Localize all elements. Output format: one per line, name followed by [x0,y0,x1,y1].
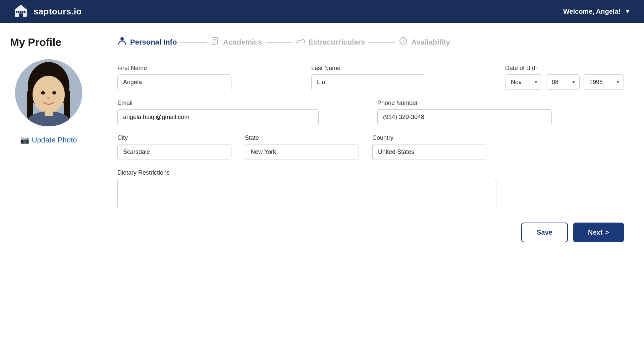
state-group: State [245,134,359,160]
city-group: City [117,134,231,160]
last-name-group: Last Name [311,65,492,90]
form-section: First Name Last Name Date of Birth Nov J… [117,65,624,209]
shoe-icon [296,36,305,48]
svg-point-12 [33,76,65,113]
city-input[interactable] [117,144,231,160]
step-connector-3 [368,42,395,43]
last-name-label: Last Name [311,65,492,72]
dietary-label: Dietary Restrictions [117,169,624,176]
svg-rect-17 [45,109,53,116]
country-input[interactable] [372,144,486,160]
clock-icon [398,36,408,48]
camera-icon: 📷 [20,136,29,144]
person-icon [117,36,127,48]
svg-line-25 [403,41,405,42]
next-button[interactable]: Next > [573,223,624,242]
dietary-input[interactable] [117,179,496,209]
form-row-1: First Name Last Name Date of Birth Nov J… [117,65,624,90]
update-photo-label: Update Photo [32,136,77,144]
city-label: City [117,134,231,141]
dob-day-select[interactable]: 08 [546,74,580,90]
country-label: Country [372,134,486,141]
header-left: saptours.io [13,3,82,19]
svg-point-15 [47,97,50,99]
svg-rect-2 [18,11,19,13]
welcome-text: Welcome, Angela! [563,8,621,15]
dob-day-wrapper: 08 [546,74,580,90]
my-profile-title: My Profile [7,36,61,49]
email-input[interactable] [117,109,319,125]
avatar-image [15,59,82,126]
email-label: Email [117,100,364,107]
next-label: Next [588,229,602,236]
button-row: Save Next > [117,223,624,242]
step-personal-info[interactable]: Personal Info [117,36,177,48]
first-name-label: First Name [117,65,298,72]
svg-marker-7 [14,5,28,10]
dietary-group: Dietary Restrictions [117,169,624,209]
dob-year-select[interactable]: 1998 [584,74,624,90]
header-welcome[interactable]: Welcome, Angela! ▼ [563,8,631,15]
svg-rect-5 [24,11,25,13]
update-photo-button[interactable]: 📷 Update Photo [20,136,77,144]
header-chevron-icon: ▼ [625,8,631,15]
dob-row: Nov JanFebMar AprMayJun JulAugSep OctDec… [505,74,624,90]
form-row-3: City State Country [117,134,624,160]
step-availability-label: Availability [411,38,450,47]
avatar [15,59,82,126]
main-content: Personal Info Academics [97,23,644,362]
first-name-input[interactable] [117,74,231,90]
step-extracurriculars[interactable]: Extracurriculars [296,36,365,48]
logo-icon [13,3,28,19]
layout: My Profile [0,23,644,362]
next-arrow-icon: > [605,229,609,236]
phone-group: Phone Number [377,100,624,125]
phone-input[interactable] [377,109,552,125]
dob-month-wrapper: Nov JanFebMar AprMayJun JulAugSep OctDec [505,74,542,90]
email-group: Email [117,100,364,125]
book-icon [210,36,220,48]
state-input[interactable] [245,144,359,160]
last-name-input[interactable] [311,74,425,90]
app-title: saptours.io [34,6,82,17]
svg-point-14 [52,91,56,95]
svg-rect-1 [16,11,17,13]
dob-group: Date of Birth Nov JanFebMar AprMayJun Ju… [505,65,624,90]
svg-point-18 [120,37,124,41]
dob-label: Date of Birth [505,65,624,72]
country-group: Country [372,134,486,160]
step-academics[interactable]: Academics [210,36,262,48]
svg-point-13 [41,91,45,95]
svg-rect-4 [22,11,23,13]
header: saptours.io Welcome, Angela! ▼ [0,0,644,23]
phone-label: Phone Number [377,100,624,107]
step-availability[interactable]: Availability [398,36,450,48]
step-academics-label: Academics [223,38,262,47]
form-row-2: Email Phone Number [117,100,624,125]
step-extracurriculars-label: Extracurriculars [309,38,365,47]
step-personal-info-label: Personal Info [130,38,177,47]
svg-rect-3 [20,11,21,13]
progress-steps: Personal Info Academics [117,36,624,48]
form-row-4: Dietary Restrictions [117,169,624,209]
first-name-group: First Name [117,65,298,90]
sidebar: My Profile [0,23,97,362]
dob-month-select[interactable]: Nov JanFebMar AprMayJun JulAugSep OctDec [505,74,542,90]
step-connector-1 [180,42,207,43]
state-label: State [245,134,359,141]
save-button[interactable]: Save [521,223,568,242]
step-connector-2 [266,42,292,43]
dob-year-wrapper: 1998 [584,74,624,90]
svg-rect-6 [19,13,23,17]
